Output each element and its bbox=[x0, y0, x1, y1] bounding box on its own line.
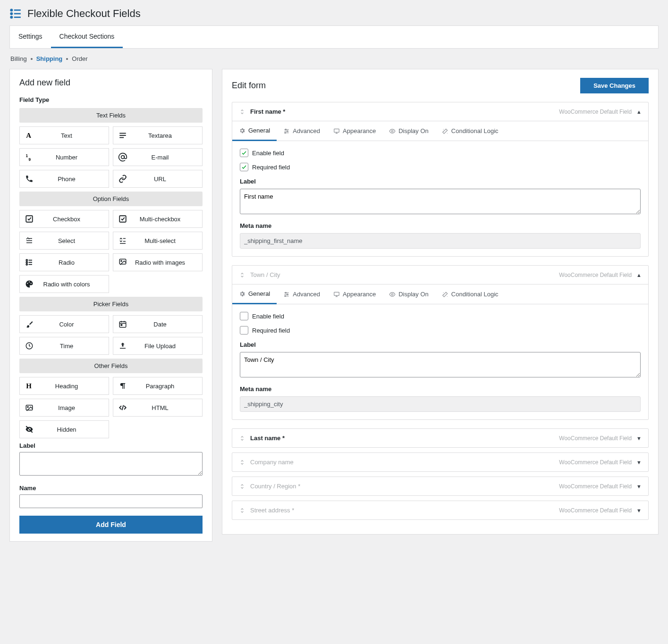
field-type-hidden[interactable]: Hidden bbox=[19, 420, 109, 438]
field-card: Company nameWooCommerce Default Field▼ bbox=[232, 452, 649, 472]
svg-text:1: 1 bbox=[26, 154, 28, 158]
field-tab-display-on[interactable]: Display On bbox=[382, 284, 435, 304]
subtab-shipping[interactable]: Shipping bbox=[36, 55, 63, 62]
subtab-order[interactable]: Order bbox=[72, 55, 87, 62]
field-type-color[interactable]: Color bbox=[19, 315, 109, 333]
required-label: Required field bbox=[252, 164, 290, 171]
heading-icon: H bbox=[20, 382, 39, 390]
field-tab-display-on[interactable]: Display On bbox=[382, 121, 435, 141]
drag-handle-icon[interactable] bbox=[239, 109, 245, 115]
svg-point-46 bbox=[287, 130, 288, 131]
label-input[interactable]: Town / City bbox=[240, 352, 641, 377]
screen-icon bbox=[333, 291, 340, 298]
svg-point-23 bbox=[26, 262, 27, 263]
page-title: Flexible Checkout Fields bbox=[27, 8, 141, 20]
caret-icon: ▲ bbox=[636, 272, 642, 278]
tab-checkout-sections[interactable]: Checkout Sections bbox=[51, 26, 123, 48]
field-type-label: Multi-select bbox=[132, 237, 202, 244]
field-type-multi-select[interactable]: Multi-select bbox=[113, 232, 203, 250]
field-type-radio[interactable]: Radio bbox=[19, 253, 109, 271]
field-tab-conditional-logic[interactable]: Conditional Logic bbox=[435, 121, 505, 141]
field-type-paragraph[interactable]: Paragraph bbox=[113, 377, 203, 395]
svg-line-54 bbox=[447, 133, 448, 134]
svg-point-25 bbox=[26, 264, 27, 265]
field-type-image[interactable]: Image bbox=[19, 399, 109, 417]
field-card: Town / CityWooCommerce Default Field▲Gen… bbox=[232, 265, 649, 420]
field-tab-advanced[interactable]: Advanced bbox=[277, 284, 327, 304]
field-type-radio-with-images[interactable]: Radio with images bbox=[113, 253, 203, 271]
new-name-label: Name bbox=[19, 485, 203, 492]
default-badge: WooCommerce Default Field bbox=[559, 272, 632, 278]
field-tab-advanced[interactable]: Advanced bbox=[277, 121, 327, 141]
field-tab-conditional-logic[interactable]: Conditional Logic bbox=[435, 284, 505, 304]
drag-handle-icon[interactable] bbox=[239, 483, 245, 490]
required-checkbox[interactable] bbox=[240, 163, 248, 171]
gear-icon bbox=[239, 291, 245, 297]
field-card-header[interactable]: First name *WooCommerce Default Field▲ bbox=[232, 102, 648, 121]
field-type-label: Radio with colors bbox=[39, 281, 109, 288]
field-tabs: GeneralAdvancedAppearanceDisplay OnCondi… bbox=[232, 284, 648, 304]
subtab-billing[interactable]: Billing bbox=[10, 55, 27, 62]
enable-checkbox[interactable] bbox=[240, 149, 248, 157]
add-field-button[interactable]: Add Field bbox=[19, 516, 203, 534]
label-heading: Label bbox=[240, 341, 641, 348]
new-name-input[interactable] bbox=[19, 494, 203, 508]
label-input[interactable]: First name bbox=[240, 189, 641, 214]
field-tab-appearance[interactable]: Appearance bbox=[327, 121, 382, 141]
default-badge: WooCommerce Default Field bbox=[559, 109, 632, 115]
tabs-bar: Settings Checkout Sections bbox=[9, 25, 659, 49]
tab-settings[interactable]: Settings bbox=[10, 26, 51, 48]
field-type-label: Color bbox=[39, 321, 109, 328]
app-icon bbox=[9, 8, 22, 20]
check-icon bbox=[113, 215, 132, 223]
field-type-label: Time bbox=[39, 343, 109, 350]
add-field-panel: Add new field Field Type Text FieldsATex… bbox=[9, 69, 212, 542]
svg-point-29 bbox=[27, 283, 28, 284]
field-type-url[interactable]: URL bbox=[113, 170, 203, 188]
svg-rect-36 bbox=[121, 325, 122, 326]
field-type-radio-with-colors[interactable]: Radio with colors bbox=[19, 275, 109, 293]
field-type-label: Phone bbox=[39, 176, 109, 183]
field-tab-general[interactable]: General bbox=[232, 121, 277, 141]
caret-icon: ▲ bbox=[636, 109, 642, 115]
brush-icon bbox=[20, 320, 39, 328]
field-tab-general[interactable]: General bbox=[232, 284, 277, 304]
field-type-multi-checkbox[interactable]: Multi-checkbox bbox=[113, 210, 203, 228]
drag-handle-icon[interactable] bbox=[239, 507, 245, 514]
field-card-header[interactable]: Last name *WooCommerce Default Field▼ bbox=[232, 429, 648, 447]
required-checkbox[interactable] bbox=[240, 326, 248, 335]
field-type-phone[interactable]: Phone bbox=[19, 170, 109, 188]
field-card-header[interactable]: Company nameWooCommerce Default Field▼ bbox=[232, 453, 648, 471]
field-type-e-mail[interactable]: E-mail bbox=[113, 148, 203, 166]
field-type-time[interactable]: Time bbox=[19, 337, 109, 355]
field-type-date[interactable]: Date bbox=[113, 315, 203, 333]
drag-handle-icon[interactable] bbox=[239, 459, 245, 466]
field-card-header[interactable]: Town / CityWooCommerce Default Field▲ bbox=[232, 266, 648, 284]
field-tab-appearance[interactable]: Appearance bbox=[327, 284, 382, 304]
save-button[interactable]: Save Changes bbox=[580, 78, 649, 93]
field-type-number[interactable]: 19Number bbox=[19, 148, 109, 166]
field-tab-label: Conditional Logic bbox=[451, 291, 499, 298]
field-type-file-upload[interactable]: File Upload bbox=[113, 337, 203, 355]
field-type-select[interactable]: Select bbox=[19, 232, 109, 250]
field-type-html[interactable]: HTML bbox=[113, 399, 203, 417]
palette-icon bbox=[20, 280, 39, 288]
field-type-checkbox[interactable]: Checkbox bbox=[19, 210, 109, 228]
field-type-text[interactable]: AText bbox=[19, 126, 109, 144]
field-card-header[interactable]: Country / Region *WooCommerce Default Fi… bbox=[232, 477, 648, 495]
drag-handle-icon[interactable] bbox=[239, 435, 245, 442]
field-type-label: Field Type bbox=[10, 96, 212, 108]
enable-checkbox[interactable] bbox=[240, 312, 248, 320]
default-badge: WooCommerce Default Field bbox=[559, 483, 632, 490]
svg-line-67 bbox=[447, 296, 448, 297]
eye-icon bbox=[389, 291, 396, 298]
field-card: Street address *WooCommerce Default Fiel… bbox=[232, 501, 649, 520]
new-label-input[interactable] bbox=[19, 452, 203, 476]
field-type-heading[interactable]: HHeading bbox=[19, 377, 109, 395]
meta-heading: Meta name bbox=[240, 222, 641, 229]
code-icon bbox=[113, 403, 132, 412]
field-type-textarea[interactable]: Textarea bbox=[113, 126, 203, 144]
field-card-header[interactable]: Street address *WooCommerce Default Fiel… bbox=[232, 501, 648, 519]
drag-handle-icon[interactable] bbox=[239, 272, 245, 278]
select-icon bbox=[20, 236, 39, 245]
